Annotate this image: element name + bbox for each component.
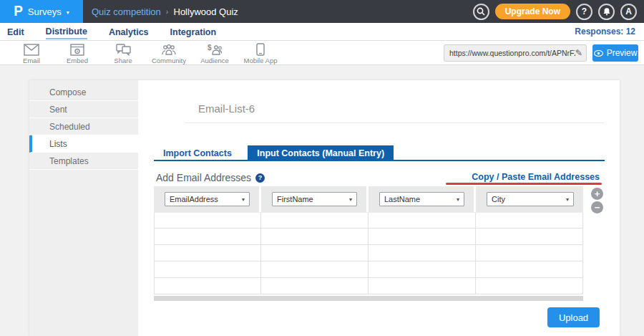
channel-tools: Email Embed Share Community $ Audience M… xyxy=(9,41,283,65)
survey-url-text: https://www.questionpro.com/t/APNrFZ xyxy=(449,49,575,57)
share-icon xyxy=(116,44,131,56)
notifications-button[interactable] xyxy=(598,4,615,20)
sidebar-item-compose[interactable]: Compose xyxy=(29,84,138,101)
bell-icon xyxy=(602,7,611,16)
table-cell[interactable] xyxy=(154,278,261,294)
tool-audience[interactable]: $ Audience xyxy=(192,41,238,65)
email-icon xyxy=(24,44,39,56)
sidebar-item-sent[interactable]: Sent xyxy=(29,101,138,118)
add-email-addresses-heading: Add Email Addresses ? xyxy=(156,172,265,183)
tool-email[interactable]: Email xyxy=(9,41,54,65)
table-cell[interactable] xyxy=(261,261,369,277)
dropdown-caret-icon: ▾ xyxy=(457,196,459,203)
table-cell[interactable] xyxy=(261,245,369,261)
tool-label: Mobile App xyxy=(243,57,277,64)
table-cell[interactable] xyxy=(154,229,261,244)
table-cell[interactable] xyxy=(369,261,476,277)
nav-tab-integration[interactable]: Integration xyxy=(170,25,217,39)
row-controls: + − xyxy=(591,188,603,213)
search-button[interactable] xyxy=(473,4,489,20)
table-cell[interactable] xyxy=(476,229,583,244)
dropdown-caret-icon: ▾ xyxy=(566,196,569,203)
nav-tab-distribute[interactable]: Distribute xyxy=(46,24,87,39)
column-select-lastname[interactable]: LastName ▾ xyxy=(379,192,464,206)
sidebar-item-scheduled[interactable]: Scheduled xyxy=(29,118,138,135)
responses-count[interactable]: Responses: 12 xyxy=(575,27,635,37)
list-title: Email-List-6 xyxy=(198,102,255,115)
grid-header-cell: EmailAddress ▾ xyxy=(154,186,261,212)
table-cell[interactable] xyxy=(476,245,583,261)
tool-embed[interactable]: Embed xyxy=(54,41,100,65)
table-cell[interactable] xyxy=(476,261,583,277)
upgrade-now-button[interactable]: Upgrade Now xyxy=(495,4,570,19)
table-cell[interactable] xyxy=(369,278,476,294)
copy-paste-link[interactable]: Copy / Paste Email Addresses xyxy=(472,172,600,182)
red-annotation-underline xyxy=(446,183,602,185)
table-row xyxy=(154,261,583,278)
remove-row-button[interactable]: − xyxy=(591,201,603,213)
breadcrumb-separator-icon: › xyxy=(166,7,169,16)
tool-mobile-app[interactable]: Mobile App xyxy=(238,41,283,65)
survey-url-field[interactable]: https://www.questionpro.com/t/APNrFZ ✎ xyxy=(444,44,587,62)
nav-tab-analytics[interactable]: Analytics xyxy=(109,25,149,39)
add-row-button[interactable]: + xyxy=(591,188,603,200)
sidebar-item-lists[interactable]: Lists xyxy=(29,135,138,153)
table-cell[interactable] xyxy=(476,213,583,228)
surveys-product-menu[interactable]: P Surveys ▾ xyxy=(0,0,83,23)
tab-input-contacts-manual[interactable]: Input Contacts (Manual Entry) xyxy=(248,145,394,161)
preview-button[interactable]: Preview xyxy=(592,44,638,62)
grid-header-cell: City ▾ xyxy=(476,186,583,212)
tool-community[interactable]: Community xyxy=(146,41,192,65)
nav-tab-edit[interactable]: Edit xyxy=(7,25,24,39)
table-row xyxy=(154,229,583,245)
table-cell[interactable] xyxy=(261,278,369,294)
tool-label: Share xyxy=(114,57,132,64)
preview-label: Preview xyxy=(607,48,638,58)
questionpro-logo: P xyxy=(14,3,23,19)
help-icon[interactable]: ? xyxy=(255,173,265,183)
distribute-toolbar: Email Embed Share Community $ Audience M… xyxy=(0,41,644,65)
eye-icon xyxy=(594,50,603,57)
tool-label: Audience xyxy=(200,57,229,64)
table-cell[interactable] xyxy=(476,278,583,294)
breadcrumb-current: Hollywood Quiz xyxy=(174,6,238,17)
breadcrumb: Quiz competition › Hollywood Quiz xyxy=(92,6,238,17)
tool-share[interactable]: Share xyxy=(100,41,146,65)
table-cell[interactable] xyxy=(154,261,261,277)
column-select-city[interactable]: City ▾ xyxy=(487,192,574,206)
grid-body xyxy=(154,212,583,294)
avatar-letter: A xyxy=(625,6,632,16)
table-cell[interactable] xyxy=(261,213,369,228)
breadcrumb-parent[interactable]: Quiz competition xyxy=(92,6,161,17)
edit-url-icon[interactable]: ✎ xyxy=(575,48,582,58)
table-cell[interactable] xyxy=(154,245,261,261)
audience-icon: $ xyxy=(207,44,223,56)
question-mark-icon: ? xyxy=(582,6,587,16)
account-avatar[interactable]: A xyxy=(620,4,637,20)
email-sidebar: Compose Sent Scheduled Lists Templates xyxy=(29,80,138,336)
table-row xyxy=(154,278,583,294)
search-icon xyxy=(477,7,485,16)
tab-import-contacts[interactable]: Import Contacts xyxy=(154,145,241,161)
horizontal-scrollbar[interactable] xyxy=(154,296,583,301)
survey-nav-bar: Edit Distribute Analytics Integration Re… xyxy=(0,23,644,41)
contacts-tab-bar: Import Contacts Input Contacts (Manual E… xyxy=(154,145,605,161)
community-icon xyxy=(161,44,177,56)
column-select-firstname[interactable]: FirstName ▾ xyxy=(272,192,357,206)
sidebar-item-templates[interactable]: Templates xyxy=(29,153,138,170)
table-cell[interactable] xyxy=(154,213,261,228)
table-cell[interactable] xyxy=(369,213,476,228)
tool-label: Email xyxy=(23,57,40,64)
table-row xyxy=(154,212,583,229)
email-lists-panel: Compose Sent Scheduled Lists Templates E… xyxy=(29,80,620,336)
top-header-bar: P Surveys ▾ Quiz competition › Hollywood… xyxy=(0,0,644,23)
table-cell[interactable] xyxy=(369,245,476,261)
help-button[interactable]: ? xyxy=(576,4,592,20)
table-cell[interactable] xyxy=(261,229,369,244)
column-select-emailaddress[interactable]: EmailAddress ▾ xyxy=(165,192,250,206)
title-divider xyxy=(185,123,604,123)
upload-button[interactable]: Upload xyxy=(547,307,600,327)
table-cell[interactable] xyxy=(369,229,476,244)
grid-header-row: EmailAddress ▾ FirstName ▾ LastName ▾ xyxy=(154,186,583,212)
dropdown-caret-icon: ▾ xyxy=(349,196,352,203)
